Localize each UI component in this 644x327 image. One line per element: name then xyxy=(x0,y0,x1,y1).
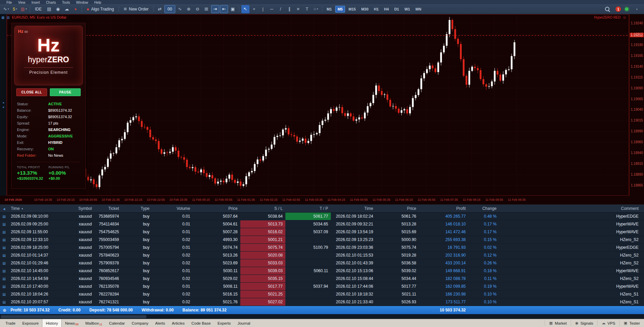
column-header-10-profit[interactable]: Profit xyxy=(419,204,468,212)
status-market[interactable]: ▦Market xyxy=(545,320,571,326)
column-header-6-sl[interactable]: S / L xyxy=(240,204,285,212)
strategy-folder-icon[interactable]: ▤ xyxy=(45,5,53,13)
chart-window[interactable]: ◂ ◂ 1.19212 1.192401.192151.191901.19165… xyxy=(0,14,644,204)
tick-chart-icon[interactable]: ∿ xyxy=(176,5,184,13)
zoom-in-button[interactable]: ⊕ xyxy=(185,5,193,13)
profiles-dropdown[interactable]: ▥▾ xyxy=(20,5,28,13)
timeframe-m1[interactable]: M1 xyxy=(325,6,334,13)
column-header-3-type[interactable]: Type xyxy=(122,204,152,212)
column-header-7-tp[interactable]: T / P xyxy=(285,204,331,212)
status-tester[interactable]: ▣Tester xyxy=(619,320,644,326)
menu-help[interactable]: Help xyxy=(91,0,104,4)
price-axis[interactable]: 1.19212 1.192401.192151.191901.191651.19… xyxy=(629,14,644,196)
signals-icon[interactable]: ◉ xyxy=(54,5,62,13)
tab-code-base[interactable]: Code Base xyxy=(188,319,214,327)
tab-history[interactable]: History xyxy=(42,319,62,327)
history-row[interactable]: ▤2026.02.10 18:04:26xauusd762278284buy0.… xyxy=(0,290,644,298)
horizontal-line-icon[interactable]: ─ xyxy=(268,5,276,13)
column-header-1-symbol[interactable]: Symbol xyxy=(59,204,95,212)
tab-exposure[interactable]: Exposure xyxy=(19,319,42,327)
timeframe-m30[interactable]: M30 xyxy=(359,6,370,13)
history-row[interactable]: ▤2026.02.09 11:55:00xauusd754754625buy0.… xyxy=(0,228,644,236)
history-row[interactable]: ▤2026.02.10 14:54:59xauusd760934546buy0.… xyxy=(0,275,644,283)
funds-dropdown[interactable]: $▾ xyxy=(11,5,19,13)
menu-charts[interactable]: Charts xyxy=(43,0,59,4)
screenshot-icon[interactable]: ▣ xyxy=(229,5,237,13)
expand-summary-icon[interactable]: ⊕ xyxy=(3,308,6,313)
auto-scroll-button[interactable]: ⇥ xyxy=(211,5,219,13)
tab-articles[interactable]: Articles xyxy=(168,319,188,327)
history-row[interactable]: ▤2026.02.09 09:25:00xauusd754114834buy0.… xyxy=(0,220,644,228)
menu-tools[interactable]: Tools xyxy=(59,0,73,4)
chart-style-dropdown[interactable]: ∿▾ xyxy=(2,5,10,13)
menu-file[interactable]: File xyxy=(3,0,15,4)
pause-button[interactable]: PAUSE xyxy=(50,88,81,96)
trendline-icon[interactable]: / xyxy=(277,5,285,13)
timeframe-d1[interactable]: D1 xyxy=(392,6,401,13)
tab-experts[interactable]: Experts xyxy=(214,319,234,327)
chart-shift-button[interactable]: ⇤ xyxy=(220,5,228,13)
crosshair-button[interactable]: + xyxy=(250,5,258,13)
collapse-panel-icon[interactable]: ◂ xyxy=(2,101,4,104)
history-row[interactable]: ▤2026.02.09 12:33:10xauusd755003459buy0.… xyxy=(0,236,644,244)
collapse-toolbox-icon[interactable]: ◀ xyxy=(3,208,5,211)
history-row[interactable]: ▤2026.02.10 01:29:46xauusd757909378buy0.… xyxy=(0,259,644,267)
tab-company[interactable]: Company xyxy=(128,319,152,327)
text-label-icon[interactable]: T xyxy=(303,5,311,13)
column-header-5-price[interactable]: Price xyxy=(193,204,240,212)
cursor-button[interactable]: ↖ xyxy=(241,5,249,13)
menu-view[interactable]: View xyxy=(15,0,28,4)
timeframe-mn[interactable]: MN xyxy=(414,6,423,13)
shapes-dropdown[interactable]: ○▾ xyxy=(312,5,320,13)
column-header-0-time[interactable]: Time▲ xyxy=(8,204,59,212)
history-row[interactable]: ▤2026.02.10 17:40:00xauusd762135078buy0.… xyxy=(0,283,644,290)
timeframe-m5[interactable]: M5 xyxy=(335,6,345,13)
history-row[interactable]: ▤2026.02.10 01:14:37xauusd757840623buy0.… xyxy=(0,252,644,259)
toolbar-overflow-button[interactable]: ▾ xyxy=(632,5,641,13)
cloud-icon[interactable]: ☁ xyxy=(63,5,71,13)
column-header-2-ticket[interactable]: Ticket xyxy=(95,204,122,212)
search-button[interactable] xyxy=(603,5,611,13)
zoom-out-button[interactable]: ⊖ xyxy=(194,5,202,13)
channel-icon[interactable]: ∥ xyxy=(285,5,294,13)
history-row[interactable]: ▤2026.02.10 20:07:57xauusd762741321buy0.… xyxy=(0,298,644,306)
timeframe-h4[interactable]: H4 xyxy=(382,6,391,13)
tab-journal[interactable]: Journal xyxy=(234,319,254,327)
candlestick-chart[interactable] xyxy=(7,14,629,196)
history-row[interactable]: ▤2026.02.09 18:25:00xauusd757005794buy0.… xyxy=(0,244,644,252)
period-separators-icon[interactable]: ⊞ xyxy=(202,5,210,13)
timeframe-h1[interactable]: H1 xyxy=(372,6,381,13)
tab-calendar[interactable]: Calendar xyxy=(106,319,128,327)
notifications-badge[interactable]: 1 xyxy=(616,6,621,12)
fibonacci-icon[interactable]: ≡ xyxy=(294,5,302,13)
new-order-button[interactable]: ⊞New Order xyxy=(121,5,151,13)
menu-window[interactable]: Window xyxy=(73,0,91,4)
tab-mailbox[interactable]: Mailbox11 xyxy=(82,319,106,327)
market-depth-button[interactable]: 00 xyxy=(164,5,175,13)
status-signals[interactable]: ◉Signals xyxy=(571,320,597,326)
history-row[interactable]: ▤2026.02.10 14:45:00xauusd760852617buy0.… xyxy=(0,267,644,275)
tab-news[interactable]: News99 xyxy=(62,319,82,327)
timeframe-w1[interactable]: W1 xyxy=(402,6,412,13)
time-axis[interactable]: 10 Feb 202610 Feb 19:3510 Feb 20:1510 Fe… xyxy=(7,196,629,204)
tile-windows-icon[interactable]: ⇄ xyxy=(156,5,164,13)
timeframe-m15[interactable]: M15 xyxy=(346,6,358,13)
column-header-4-volume[interactable]: Volume xyxy=(152,204,193,212)
tab-trade[interactable]: Trade xyxy=(2,319,19,327)
community-icon[interactable]: ● xyxy=(72,5,80,13)
ea-status-icon[interactable]: ☺ xyxy=(623,15,626,19)
menu-insert[interactable]: Insert xyxy=(28,0,43,4)
collapse-panel-icon-2[interactable]: ◂ xyxy=(2,106,4,109)
metaeditor-ide-button[interactable]: IDE xyxy=(32,5,44,13)
algo-trading-button[interactable]: ■Algo Trading xyxy=(84,5,117,13)
column-header-12-comment[interactable]: Comment xyxy=(499,204,644,212)
column-header-11-change[interactable]: Change xyxy=(468,204,499,212)
scrollbar-thumb[interactable] xyxy=(1,315,146,318)
close-all-button[interactable]: CLOSE ALL xyxy=(16,88,47,96)
column-header-9-price[interactable]: Price xyxy=(376,204,419,212)
history-row[interactable]: ▤2026.02.09 08:10:00xauusd753685974buy0.… xyxy=(0,213,644,220)
status-vps[interactable]: ☁VPS xyxy=(597,320,619,326)
column-header-8-time[interactable]: Time xyxy=(331,204,376,212)
vertical-line-icon[interactable]: | xyxy=(259,5,267,13)
horizontal-scrollbar[interactable] xyxy=(0,314,644,319)
